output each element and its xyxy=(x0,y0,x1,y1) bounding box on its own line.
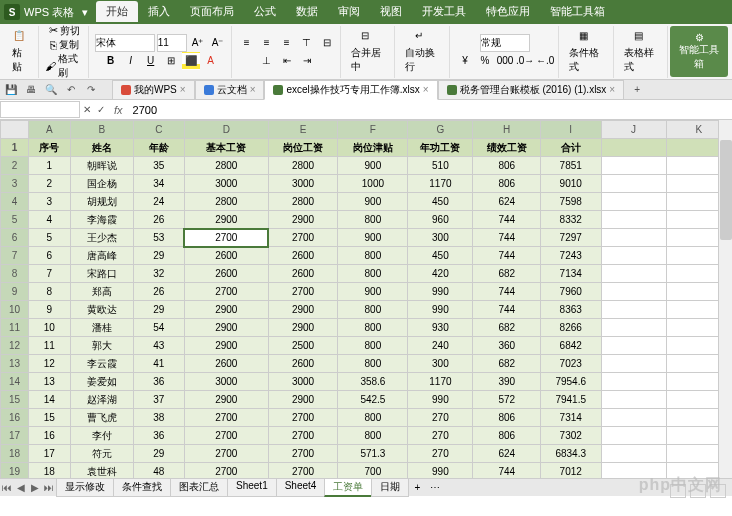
cell[interactable]: 13 xyxy=(28,373,70,391)
cell[interactable]: 7012 xyxy=(540,463,601,479)
cell[interactable]: 7302 xyxy=(540,427,601,445)
cell[interactable]: 6834.3 xyxy=(540,445,601,463)
close-icon[interactable]: × xyxy=(250,84,256,95)
cell[interactable]: 唐高峰 xyxy=(70,247,133,265)
cell[interactable]: 8 xyxy=(28,283,70,301)
cell[interactable]: 41 xyxy=(133,355,184,373)
cell[interactable]: 270 xyxy=(408,445,473,463)
cell[interactable] xyxy=(601,211,666,229)
cell[interactable]: 郭大 xyxy=(70,337,133,355)
header-cell[interactable]: 姓名 xyxy=(70,139,133,157)
fill-color-button[interactable]: ⬛ xyxy=(182,52,200,70)
header-cell[interactable]: 岗位津贴 xyxy=(338,139,408,157)
row-header[interactable]: 3 xyxy=(1,175,29,193)
save-button[interactable]: 💾 xyxy=(4,83,18,97)
cell[interactable]: 胡规划 xyxy=(70,193,133,211)
row-header[interactable]: 5 xyxy=(1,211,29,229)
cell[interactable]: 2900 xyxy=(184,391,268,409)
cell[interactable]: 682 xyxy=(473,265,541,283)
more-sheets-icon[interactable]: ⋯ xyxy=(430,482,440,493)
col-header-E[interactable]: E xyxy=(268,121,338,139)
doc-tab-1[interactable]: 云文档× xyxy=(195,80,265,100)
cell[interactable]: 682 xyxy=(473,355,541,373)
cell[interactable]: 38 xyxy=(133,409,184,427)
cell[interactable]: 2800 xyxy=(268,193,338,211)
row-header[interactable]: 11 xyxy=(1,319,29,337)
cell[interactable]: 2900 xyxy=(268,391,338,409)
cell[interactable]: 800 xyxy=(338,355,408,373)
cell[interactable]: 3 xyxy=(28,193,70,211)
close-icon[interactable]: × xyxy=(609,84,615,95)
header-cell[interactable]: 基本工资 xyxy=(184,139,268,157)
cell[interactable]: 32 xyxy=(133,265,184,283)
cell[interactable]: 7960 xyxy=(540,283,601,301)
cell[interactable] xyxy=(601,373,666,391)
header-cell[interactable]: 岗位工资 xyxy=(268,139,338,157)
cell[interactable]: 542.5 xyxy=(338,391,408,409)
cell[interactable]: 930 xyxy=(408,319,473,337)
cell[interactable]: 960 xyxy=(408,211,473,229)
header-cell[interactable]: 合计 xyxy=(540,139,601,157)
cell[interactable]: 744 xyxy=(473,301,541,319)
cell[interactable]: 赵泽湖 xyxy=(70,391,133,409)
cell[interactable]: 7134 xyxy=(540,265,601,283)
cell[interactable] xyxy=(601,445,666,463)
cell[interactable]: 7941.5 xyxy=(540,391,601,409)
cell[interactable] xyxy=(601,409,666,427)
indent-decrease-button[interactable]: ⇤ xyxy=(278,52,296,70)
cell[interactable]: 6 xyxy=(28,247,70,265)
align-bottom-button[interactable]: ⊥ xyxy=(258,52,276,70)
row-header[interactable]: 18 xyxy=(1,445,29,463)
cell[interactable]: 360 xyxy=(473,337,541,355)
increase-decimal-button[interactable]: .0→ xyxy=(516,52,534,70)
cell[interactable]: 黄欧达 xyxy=(70,301,133,319)
cell[interactable]: 3000 xyxy=(268,373,338,391)
row-header[interactable]: 15 xyxy=(1,391,29,409)
cell[interactable]: 6842 xyxy=(540,337,601,355)
col-header-F[interactable]: F xyxy=(338,121,408,139)
header-cell[interactable]: 绩效工资 xyxy=(473,139,541,157)
cell[interactable]: 7314 xyxy=(540,409,601,427)
cell[interactable]: 900 xyxy=(338,283,408,301)
cell[interactable]: 800 xyxy=(338,265,408,283)
cell[interactable]: 3000 xyxy=(184,175,268,193)
close-icon[interactable]: × xyxy=(180,84,186,95)
first-sheet-button[interactable]: ⏮ xyxy=(0,481,14,495)
cell[interactable]: 9010 xyxy=(540,175,601,193)
cell[interactable] xyxy=(601,175,666,193)
cell[interactable]: 2500 xyxy=(268,337,338,355)
row-header[interactable]: 17 xyxy=(1,427,29,445)
sheet-tab-3[interactable]: Sheet1 xyxy=(227,478,277,497)
cell[interactable]: 624 xyxy=(473,445,541,463)
table-style-button[interactable]: ▤ 表格样式 xyxy=(620,28,664,76)
cell[interactable]: 270 xyxy=(408,409,473,427)
wrap-text-button[interactable]: ↵ 自动换行 xyxy=(401,28,445,76)
close-icon[interactable]: × xyxy=(423,84,429,95)
cell[interactable]: 1170 xyxy=(408,373,473,391)
cell[interactable]: 2600 xyxy=(184,247,268,265)
cell[interactable]: 390 xyxy=(473,373,541,391)
last-sheet-button[interactable]: ⏭ xyxy=(42,481,56,495)
cell[interactable]: 18 xyxy=(28,463,70,479)
cell[interactable] xyxy=(601,265,666,283)
cell[interactable]: 2600 xyxy=(184,355,268,373)
row-header[interactable]: 13 xyxy=(1,355,29,373)
cell[interactable] xyxy=(601,391,666,409)
header-cell[interactable]: 年功工资 xyxy=(408,139,473,157)
cell[interactable]: 郑高 xyxy=(70,283,133,301)
ribbon-tab-4[interactable]: 数据 xyxy=(286,1,328,22)
comma-button[interactable]: 000 xyxy=(496,52,514,70)
cell[interactable] xyxy=(601,355,666,373)
cell[interactable]: 国企杨 xyxy=(70,175,133,193)
cell[interactable]: 270 xyxy=(408,427,473,445)
row-header[interactable]: 19 xyxy=(1,463,29,479)
cell[interactable]: 450 xyxy=(408,193,473,211)
col-header-J[interactable]: J xyxy=(601,121,666,139)
cell[interactable] xyxy=(601,229,666,247)
cell[interactable]: 2900 xyxy=(268,211,338,229)
cell[interactable]: 53 xyxy=(133,229,184,247)
cell[interactable]: 800 xyxy=(338,247,408,265)
add-sheet-button[interactable]: + xyxy=(408,481,426,494)
row-header[interactable]: 8 xyxy=(1,265,29,283)
merge-center-button[interactable]: ⊟ 合并居中 xyxy=(347,28,391,76)
